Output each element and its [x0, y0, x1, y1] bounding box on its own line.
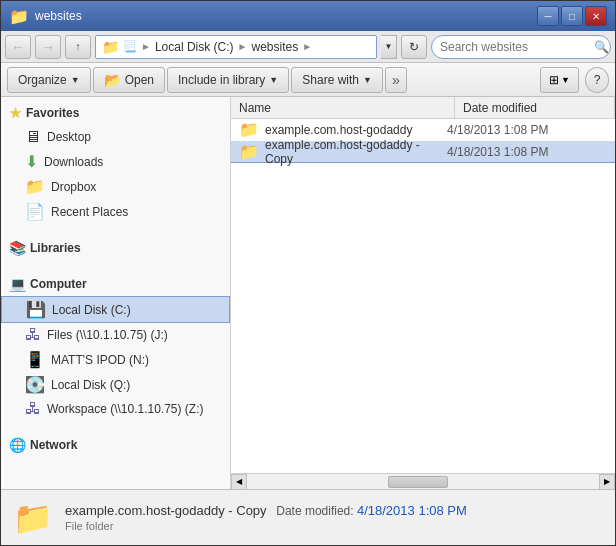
folder-icon-title: 📁	[9, 7, 29, 26]
sidebar-spacer-2	[1, 264, 230, 272]
file-row-name-0: 📁 example.com.host-godaddy	[239, 120, 441, 139]
organize-button[interactable]: Organize ▼	[7, 67, 91, 93]
file-list-header: Name Date modified	[231, 97, 615, 119]
sidebar-item-files-j[interactable]: 🖧 Files (\\10.1.10.75) (J:)	[1, 323, 230, 347]
include-library-button[interactable]: Include in library ▼	[167, 67, 289, 93]
favorites-header[interactable]: ★ Favorites	[1, 101, 230, 125]
up-button[interactable]: ↑	[65, 35, 91, 59]
sidebar-item-downloads[interactable]: ⬇ Downloads	[1, 149, 230, 174]
file-row-name-1: 📁 example.com.host-godaddy - Copy	[239, 138, 441, 166]
file-folder-icon-0: 📁	[239, 120, 259, 139]
sidebar: ★ Favorites 🖥 Desktop ⬇ Downloads 📁 Drop…	[1, 97, 231, 489]
forward-button[interactable]: →	[35, 35, 61, 59]
path-local-disk[interactable]: Local Disk (C:)	[155, 40, 234, 54]
minimize-button[interactable]: ─	[537, 6, 559, 26]
recent-label: Recent Places	[51, 205, 128, 219]
favorites-label: Favorites	[26, 106, 79, 120]
search-input[interactable]	[440, 40, 590, 54]
include-arrow: ▼	[269, 75, 278, 85]
file-row-1[interactable]: 📁 example.com.host-godaddy - Copy 4/18/2…	[231, 141, 615, 163]
sidebar-item-recent[interactable]: 📄 Recent Places	[1, 199, 230, 224]
path-websites[interactable]: websites	[252, 40, 299, 54]
scroll-thumb[interactable]	[388, 476, 448, 488]
search-icon[interactable]: 🔍	[594, 40, 608, 54]
status-type: File folder	[65, 520, 467, 532]
status-info: example.com.host-godaddy - Copy Date mod…	[65, 503, 467, 532]
libraries-header[interactable]: 📚 Libraries	[1, 236, 230, 260]
workspace-z-icon: 🖧	[25, 400, 41, 418]
computer-section: 💻 Computer 💾 Local Disk (C:) 🖧 Files (\\…	[1, 272, 230, 421]
favorites-section: ★ Favorites 🖥 Desktop ⬇ Downloads 📁 Drop…	[1, 101, 230, 224]
toolbar: Organize ▼ 📂 Open Include in library ▼ S…	[1, 63, 615, 97]
computer-label: Computer	[30, 277, 87, 291]
ipod-label: MATT'S IPOD (N:)	[51, 353, 149, 367]
path-root: 📃	[123, 40, 137, 53]
network-icon: 🌐	[9, 437, 26, 453]
main-content: ★ Favorites 🖥 Desktop ⬇ Downloads 📁 Drop…	[1, 97, 615, 489]
address-path[interactable]: 📁 📃 ► Local Disk (C:) ► websites ►	[95, 35, 377, 59]
open-button[interactable]: 📂 Open	[93, 67, 165, 93]
views-icon: ⊞	[549, 73, 559, 87]
file-folder-icon-1: 📁	[239, 142, 259, 161]
close-button[interactable]: ✕	[585, 6, 607, 26]
local-c-label: Local Disk (C:)	[52, 303, 131, 317]
dropbox-icon: 📁	[25, 177, 45, 196]
horizontal-scrollbar[interactable]: ◀ ▶	[231, 473, 615, 489]
path-folder-icon: 📁	[102, 39, 119, 55]
maximize-button[interactable]: □	[561, 6, 583, 26]
col-header-name[interactable]: Name	[231, 97, 455, 118]
open-icon: 📂	[104, 72, 121, 88]
address-dropdown-btn[interactable]: ▼	[381, 35, 397, 59]
back-button[interactable]: ←	[5, 35, 31, 59]
status-folder-icon: 📁	[13, 499, 53, 537]
organize-arrow: ▼	[71, 75, 80, 85]
libraries-label: Libraries	[30, 241, 81, 255]
share-button[interactable]: Share with ▼	[291, 67, 383, 93]
open-label: Open	[125, 73, 154, 87]
files-j-icon: 🖧	[25, 326, 41, 344]
organize-label: Organize	[18, 73, 67, 87]
sidebar-item-local-q[interactable]: 💽 Local Disk (Q:)	[1, 372, 230, 397]
status-name: example.com.host-godaddy - Copy Date mod…	[65, 503, 467, 518]
computer-header[interactable]: 💻 Computer	[1, 272, 230, 296]
scroll-left-btn[interactable]: ◀	[231, 474, 247, 490]
window-title: websites	[35, 9, 82, 23]
views-arrow: ▼	[561, 75, 570, 85]
explorer-window: 📁 websites ─ □ ✕ ← → ↑ 📁 📃 ► Local Disk …	[0, 0, 616, 546]
desktop-label: Desktop	[47, 130, 91, 144]
sidebar-spacer-3	[1, 425, 230, 433]
local-q-icon: 💽	[25, 375, 45, 394]
scroll-track[interactable]	[247, 474, 599, 490]
refresh-button[interactable]: ↻	[401, 35, 427, 59]
path-arrow-3: ►	[302, 41, 312, 52]
address-bar: ← → ↑ 📁 📃 ► Local Disk (C:) ► websites ►…	[1, 31, 615, 63]
more-button[interactable]: »	[385, 67, 407, 93]
sidebar-item-local-c[interactable]: 💾 Local Disk (C:)	[1, 296, 230, 323]
sidebar-spacer-1	[1, 228, 230, 236]
dropbox-label: Dropbox	[51, 180, 96, 194]
status-filename: example.com.host-godaddy - Copy	[65, 503, 267, 518]
local-q-label: Local Disk (Q:)	[51, 378, 130, 392]
sidebar-item-dropbox[interactable]: 📁 Dropbox	[1, 174, 230, 199]
files-j-label: Files (\\10.1.10.75) (J:)	[47, 328, 168, 342]
workspace-z-label: Workspace (\\10.1.10.75) (Z:)	[47, 402, 204, 416]
libraries-icon: 📚	[9, 240, 26, 256]
sidebar-item-ipod[interactable]: 📱 MATT'S IPOD (N:)	[1, 347, 230, 372]
file-rows: 📁 example.com.host-godaddy 4/18/2013 1:0…	[231, 119, 615, 473]
title-bar: 📁 websites ─ □ ✕	[1, 1, 615, 31]
col-header-date[interactable]: Date modified	[455, 97, 615, 118]
sidebar-item-workspace-z[interactable]: 🖧 Workspace (\\10.1.10.75) (Z:)	[1, 397, 230, 421]
include-label: Include in library	[178, 73, 265, 87]
network-header[interactable]: 🌐 Network	[1, 433, 230, 457]
path-arrow-1: ►	[141, 41, 151, 52]
network-section: 🌐 Network	[1, 433, 230, 457]
share-label: Share with	[302, 73, 359, 87]
sidebar-item-desktop[interactable]: 🖥 Desktop	[1, 125, 230, 149]
status-date-label: Date modified:	[276, 504, 357, 518]
scroll-right-btn[interactable]: ▶	[599, 474, 615, 490]
views-button[interactable]: ⊞ ▼	[540, 67, 579, 93]
computer-icon: 💻	[9, 276, 26, 292]
file-date-0: 4/18/2013 1:08 PM	[447, 123, 607, 137]
favorites-star-icon: ★	[9, 105, 22, 121]
help-button[interactable]: ?	[585, 67, 609, 93]
